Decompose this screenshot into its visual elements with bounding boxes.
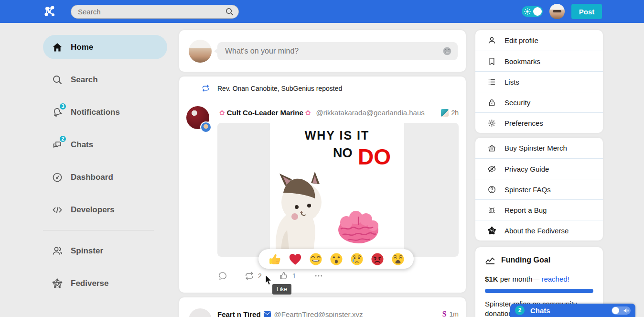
user-avatar[interactable] bbox=[549, 4, 565, 19]
chats-bar[interactable]: 2 Chats bbox=[510, 304, 635, 317]
search-icon bbox=[51, 74, 64, 86]
menu-label: Spinster FAQs bbox=[504, 186, 551, 194]
next-post-avatar[interactable] bbox=[189, 308, 212, 317]
post-timestamp[interactable]: 2h bbox=[451, 109, 459, 117]
bookmark-icon bbox=[487, 57, 496, 66]
post-card: Rev. Onan Canobite, SubGenius reposted ✿… bbox=[179, 77, 466, 293]
profile-menu-card: Edit profile Bookmarks Lists Security Pr… bbox=[475, 30, 603, 133]
like-tooltip: Like bbox=[272, 284, 291, 295]
post-author-avatar[interactable] bbox=[186, 106, 209, 129]
menu-label: About the Fediverse bbox=[504, 227, 569, 235]
post-image[interactable]: WHY IS IT NO DO bbox=[217, 123, 459, 257]
funding-progress-bar bbox=[485, 289, 593, 293]
spinster-logo-icon[interactable] bbox=[43, 5, 57, 18]
sidebar-item-fediverse[interactable]: Fediverse bbox=[43, 271, 167, 295]
sun-icon bbox=[524, 8, 531, 15]
fediverse-filled-icon bbox=[487, 226, 496, 235]
reposter-mini-avatar[interactable] bbox=[200, 121, 212, 133]
menu-item-security[interactable]: Security bbox=[475, 92, 603, 112]
spinster-app: Post Home Search 3 Notifications 2 Chats bbox=[0, 0, 644, 317]
meme-text-1: WHY IS IT bbox=[270, 129, 404, 142]
sidebar-label: Developers bbox=[71, 205, 115, 215]
surprised-emoji[interactable] bbox=[329, 252, 343, 266]
reaction-picker bbox=[258, 249, 414, 269]
left-sidebar: Home Search 3 Notifications 2 Chats Dash… bbox=[43, 35, 167, 295]
sidebar-item-home[interactable]: Home bbox=[43, 35, 167, 59]
mouse-cursor bbox=[265, 274, 274, 286]
funding-amount: $1K bbox=[485, 275, 498, 283]
thumbs-up-emoji[interactable] bbox=[268, 252, 282, 266]
chats-bar-badge: 2 bbox=[515, 306, 525, 315]
repost-by-text[interactable]: Rev. Onan Canobite, SubGenius reposted bbox=[217, 85, 342, 92]
emoji-picker-icon[interactable] bbox=[442, 46, 452, 56]
gear-icon bbox=[487, 119, 496, 128]
next-post-author-handle[interactable]: @FeartnTired@spinster.xyz bbox=[274, 310, 363, 317]
compose-avatar[interactable] bbox=[189, 40, 212, 63]
heart-emoji[interactable] bbox=[288, 252, 302, 266]
compose-input[interactable]: What's on your mind? bbox=[217, 42, 458, 60]
post-actions: 2 1 bbox=[218, 270, 459, 282]
angry-emoji[interactable] bbox=[370, 252, 385, 266]
sidebar-item-developers[interactable]: Developers bbox=[43, 197, 167, 222]
weary-emoji[interactable] bbox=[391, 252, 405, 266]
sidebar-label: Spinster bbox=[71, 246, 103, 256]
chats-badge: 2 bbox=[59, 135, 67, 143]
menu-item-faqs[interactable]: Spinster FAQs bbox=[475, 179, 603, 199]
next-post-author-name[interactable]: Feart n Tired bbox=[217, 310, 261, 317]
post-author-name[interactable]: Cult Co-Leader Marine bbox=[227, 109, 303, 117]
menu-item-lists[interactable]: Lists bbox=[475, 71, 603, 92]
repost-button[interactable]: 2 bbox=[245, 271, 262, 281]
bug-icon bbox=[487, 206, 496, 215]
menu-item-about-fediverse[interactable]: About the Fediverse bbox=[475, 220, 603, 240]
funding-suffix: per month bbox=[498, 275, 533, 283]
sidebar-item-spinster[interactable]: Spinster bbox=[43, 239, 167, 263]
comment-button[interactable] bbox=[218, 271, 227, 281]
trend-chart-icon bbox=[485, 256, 495, 264]
funding-title: Funding Goal bbox=[501, 256, 550, 264]
sidebar-label: Dashboard bbox=[71, 173, 113, 182]
flower-emoji: ✿ bbox=[219, 109, 225, 117]
post-author-handle[interactable]: @rikkatakarada@gearlandia.haus bbox=[316, 109, 425, 117]
menu-label: Buy Spinster Merch bbox=[504, 144, 567, 152]
speaker-mute-icon bbox=[623, 307, 629, 314]
more-button[interactable] bbox=[313, 271, 324, 281]
sidebar-label: Fediverse bbox=[71, 279, 108, 288]
sidebar-item-chats[interactable]: 2 Chats bbox=[43, 132, 167, 157]
menu-item-privacy-guide[interactable]: Privacy Guide bbox=[475, 158, 603, 179]
menu-label: Bookmarks bbox=[504, 57, 540, 66]
sidebar-item-notifications[interactable]: 3 Notifications bbox=[43, 100, 167, 124]
menu-label: Report a Bug bbox=[504, 206, 547, 214]
menu-item-bookmarks[interactable]: Bookmarks bbox=[475, 51, 603, 71]
menu-item-edit-profile[interactable]: Edit profile bbox=[475, 30, 603, 51]
meme-text-2: NO bbox=[333, 146, 353, 161]
post-button[interactable]: Post bbox=[571, 4, 602, 19]
like-button[interactable]: 1 bbox=[279, 271, 296, 281]
theme-toggle[interactable] bbox=[522, 6, 543, 17]
chats-bar-label: Chats bbox=[530, 306, 550, 315]
more-dots-icon bbox=[313, 271, 324, 281]
sidebar-divider bbox=[43, 230, 154, 230]
cat-image bbox=[267, 163, 324, 257]
comment-icon bbox=[218, 271, 227, 281]
menu-item-report-bug[interactable]: Report a Bug bbox=[475, 199, 603, 220]
chats-sound-toggle[interactable] bbox=[612, 306, 631, 315]
sidebar-label: Chats bbox=[71, 140, 93, 150]
menu-item-merch[interactable]: Buy Spinster Merch bbox=[475, 138, 603, 158]
search-icon[interactable] bbox=[225, 7, 234, 16]
funding-reached-link[interactable]: reached! bbox=[541, 275, 569, 283]
next-post-timestamp[interactable]: 1m bbox=[450, 310, 459, 317]
gauge-icon bbox=[51, 171, 64, 184]
person-icon bbox=[487, 36, 496, 45]
eye-off-icon bbox=[487, 164, 496, 174]
sidebar-item-search[interactable]: Search bbox=[43, 67, 167, 92]
crying-emoji[interactable] bbox=[350, 252, 364, 266]
laughing-emoji[interactable] bbox=[309, 252, 323, 266]
post-header: ✿ Cult Co-Leader Marine ✿ @rikkatakarada… bbox=[217, 109, 459, 117]
fediverse-icon bbox=[51, 277, 64, 290]
search-input[interactable] bbox=[71, 5, 239, 19]
sidebar-label: Home bbox=[71, 43, 93, 52]
meme-image: WHY IS IT NO DO bbox=[270, 123, 404, 257]
list-icon bbox=[487, 77, 496, 87]
menu-item-preferences[interactable]: Preferences bbox=[475, 112, 603, 133]
sidebar-item-dashboard[interactable]: Dashboard bbox=[43, 165, 167, 189]
